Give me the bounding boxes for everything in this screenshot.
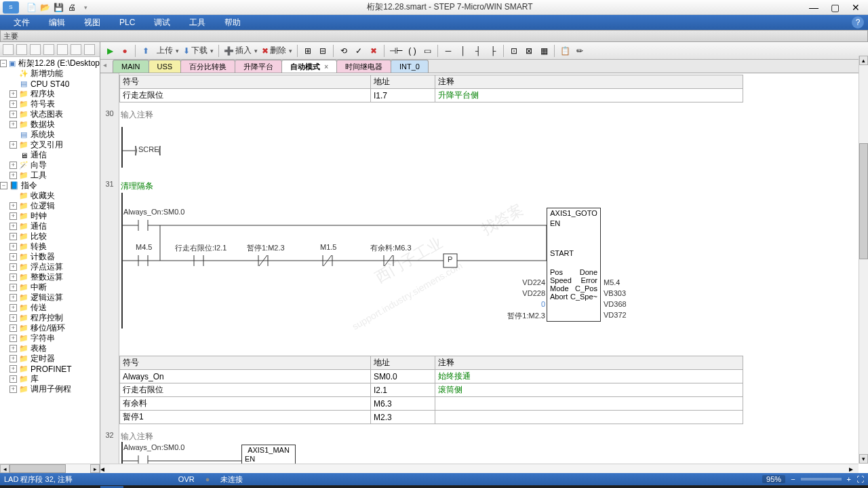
- insert-button[interactable]: ➕插入: [222, 44, 259, 58]
- sidebar-tb-4[interactable]: [43, 44, 54, 55]
- download-button[interactable]: ⬇下载: [182, 44, 215, 58]
- delete-button[interactable]: ✖删除: [260, 44, 294, 58]
- tree-profinet[interactable]: PROFINET: [31, 364, 72, 374]
- fb-abort-l: 暂停1:M2.3: [503, 311, 545, 321]
- tree-timer[interactable]: 定时器: [31, 353, 55, 364]
- tb-contact-icon[interactable]: ⊣⊢: [388, 44, 404, 58]
- open-icon[interactable]: 📂: [39, 2, 50, 13]
- tb-icon-12[interactable]: ▦: [537, 44, 551, 58]
- sidebar-tb-1[interactable]: [3, 44, 14, 55]
- tab-close-icon[interactable]: ×: [324, 63, 328, 71]
- close-button[interactable]: ✕: [852, 2, 860, 13]
- zoom-slider[interactable]: [801, 478, 842, 481]
- zoom-out-icon[interactable]: −: [791, 475, 795, 483]
- tb-branch2-icon[interactable]: ├: [486, 44, 500, 58]
- qat-dropdown-icon[interactable]: ▾: [80, 2, 91, 13]
- tb-box-icon[interactable]: ▭: [420, 44, 434, 58]
- lbl-p: P: [448, 255, 452, 263]
- sym29-addr: I1.7: [371, 89, 435, 102]
- main-area: ▶ ● ⬆ 上传 ⬇下载 ➕插入 ✖删除 ⊞ ⊟ ⟲ ✓ ✖ ⊣⊢ ( ) ▭ …: [100, 42, 868, 473]
- statusbar: LAD 程序段 32, 注释 OVR ● 未连接 95% − + ⛶: [0, 473, 868, 485]
- gutter-30[interactable]: 30: [100, 108, 119, 179]
- ladder-editor[interactable]: 西门子工业 找答案 support.industry.siemens.com 符…: [100, 73, 868, 473]
- sidebar-tb-7[interactable]: [84, 44, 95, 55]
- sidebar-hscroll[interactable]: ◂▸: [0, 464, 100, 473]
- run-icon[interactable]: ▶: [103, 44, 117, 58]
- tb-icon-2[interactable]: ⊟: [316, 44, 330, 58]
- symtable-31: 符号地址注释 Always_OnSM0.0始终接通 行走右限位I2.1滚筒侧 有…: [119, 356, 743, 424]
- menu-plc[interactable]: PLC: [110, 15, 144, 30]
- tab-uss[interactable]: USS: [149, 60, 182, 73]
- table-row: Always_OnSM0.0始终接通: [120, 370, 743, 383]
- tb-icon-14[interactable]: ✏: [573, 44, 587, 58]
- tree-subroutine[interactable]: 调用子例程: [31, 383, 71, 395]
- help-icon[interactable]: ?: [852, 16, 864, 29]
- lbl-pause: 暂停1:M2.3: [247, 243, 285, 253]
- tree-new-feature[interactable]: 新增功能: [31, 68, 63, 79]
- symhdr-symbol: 符号: [120, 75, 371, 89]
- sidebar-toolbar: [0, 42, 100, 57]
- sidebar-tb-3[interactable]: [30, 44, 41, 55]
- gutter-31[interactable]: 31: [100, 179, 119, 430]
- tb-line-v-icon[interactable]: │: [456, 44, 470, 58]
- status-expand-icon[interactable]: ⛶: [856, 475, 864, 483]
- fb-start: START: [547, 229, 600, 259]
- table-row: 有余料M6.3: [120, 397, 743, 411]
- tb-line-h-icon[interactable]: ─: [441, 44, 455, 58]
- tab-int0[interactable]: INT_0: [391, 60, 429, 73]
- tab-timer[interactable]: 时间继电器: [336, 60, 391, 73]
- symtable-29: 符号地址注释 行走左限位I1.7升降平台侧: [119, 75, 743, 102]
- tab-lift[interactable]: 升降平台: [235, 60, 282, 73]
- table-row: 行走右限位I2.1滚筒侧: [120, 383, 743, 397]
- tb-icon-10[interactable]: ⊡: [507, 44, 521, 58]
- status-zoom[interactable]: 95%: [762, 475, 785, 483]
- compile-icon[interactable]: ⬆: [139, 44, 153, 58]
- fb-pos-l: VD224: [521, 278, 545, 286]
- fb-title: AXIS1_GOTO: [547, 208, 600, 218]
- tb-coil-icon[interactable]: ( ): [406, 44, 419, 58]
- new-icon[interactable]: 📄: [26, 2, 37, 13]
- net32-comment-input[interactable]: [119, 431, 282, 442]
- tb-icon-13[interactable]: 📋: [558, 44, 572, 58]
- menu-file[interactable]: 文件: [4, 15, 39, 30]
- editor-hscroll[interactable]: ◂▸: [100, 464, 859, 473]
- tab-auto[interactable]: 自动模式×: [281, 60, 337, 73]
- fb-done-r: M5.4: [604, 278, 620, 286]
- window-title: 桁架12.28.smart - STEP 7-Micro/WIN SMART: [91, 1, 809, 13]
- print-icon[interactable]: 🖨: [66, 2, 77, 13]
- tb-icon-1[interactable]: ⊞: [301, 44, 315, 58]
- menu-edit[interactable]: 编辑: [39, 15, 75, 30]
- status-pos: LAD 程序段 32, 注释: [4, 474, 73, 485]
- project-tree[interactable]: −▣桁架12.28 (E:\Desktop ✨新增功能 ▤CPU ST40 +📁…: [0, 57, 100, 464]
- tab-percent[interactable]: 百分比转换: [180, 60, 235, 73]
- sidebar-tb-2[interactable]: [16, 44, 27, 55]
- sidebar-tb-5[interactable]: [57, 44, 68, 55]
- maximize-button[interactable]: ▢: [831, 2, 840, 13]
- minimize-button[interactable]: —: [809, 2, 818, 13]
- tb-icon-3[interactable]: ⟲: [337, 44, 351, 58]
- tb-icon-5[interactable]: ✖: [367, 44, 380, 58]
- menu-view[interactable]: 视图: [75, 15, 110, 30]
- panel-title-label: 主要: [3, 31, 18, 41]
- lbl-always-on: Always_On:SM0.0: [123, 208, 184, 216]
- upload-button[interactable]: 上传: [154, 44, 180, 58]
- zoom-in-icon[interactable]: +: [847, 475, 851, 483]
- status-circle-icon: ●: [205, 475, 210, 483]
- stop-icon[interactable]: ●: [118, 44, 132, 58]
- tb-icon-4[interactable]: ✓: [352, 44, 366, 58]
- tab-main[interactable]: MAIN: [113, 60, 149, 73]
- save-icon[interactable]: 💾: [53, 2, 64, 13]
- menu-help[interactable]: 帮助: [215, 15, 250, 30]
- menu-tools[interactable]: 工具: [180, 15, 215, 30]
- tb-branch-icon[interactable]: ┤: [471, 44, 485, 58]
- sidebar-tb-6[interactable]: [71, 44, 81, 55]
- app-icon: S: [3, 1, 19, 14]
- tree-cpu[interactable]: CPU ST40: [31, 79, 69, 89]
- lbl-m15: M1.5: [320, 243, 336, 251]
- lbl-surplus: 有余料:M6.3: [370, 243, 412, 253]
- gutter-29: [100, 73, 119, 108]
- tb-icon-11[interactable]: ⊠: [522, 44, 536, 58]
- editor-vscroll[interactable]: ▴▾: [859, 56, 868, 464]
- menu-debug[interactable]: 调试: [144, 15, 180, 30]
- net30-comment-input[interactable]: [119, 109, 282, 120]
